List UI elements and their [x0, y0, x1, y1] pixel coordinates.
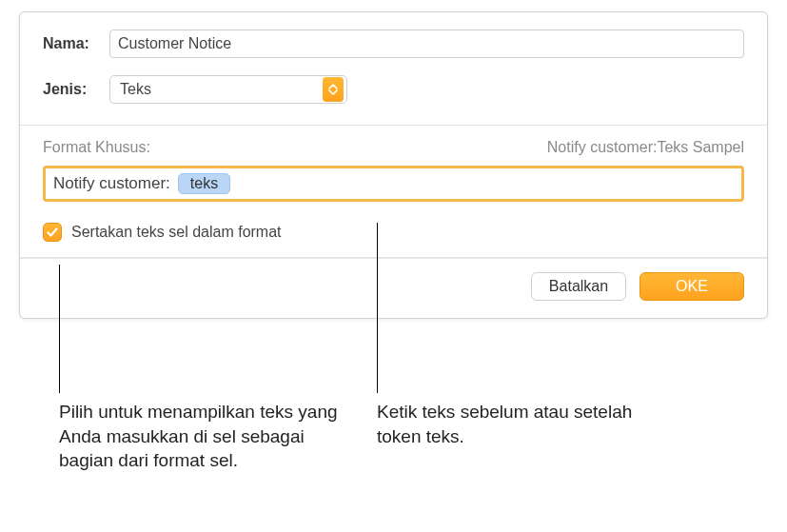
callout-text-left: Pilih untuk menampilkan teks yang Anda m…: [59, 400, 344, 473]
type-select[interactable]: Teks: [109, 75, 347, 104]
format-header-preview: Notify customer:Teks Sampel: [547, 139, 744, 156]
include-text-checkbox[interactable]: [43, 223, 62, 242]
type-select-wrap: Teks: [109, 75, 347, 104]
format-prefix-text: Notify customer:: [53, 174, 170, 193]
ok-button[interactable]: OKE: [639, 272, 744, 301]
format-header-left: Format Khusus:: [43, 139, 150, 156]
name-row: Nama:: [43, 30, 744, 58]
type-label: Jenis:: [43, 81, 109, 98]
include-text-label: Sertakan teks sel dalam format: [71, 224, 282, 241]
form-section: Nama: Jenis: Teks: [20, 12, 767, 125]
cancel-button-label: Batalkan: [549, 278, 608, 295]
text-token[interactable]: teks: [178, 173, 230, 194]
callout-text-right: Ketik teks sebelum atau setelah token te…: [377, 400, 662, 448]
name-input[interactable]: [109, 30, 744, 58]
type-select-value: Teks: [120, 81, 151, 98]
custom-format-dialog: Nama: Jenis: Teks Format Khusus: Notify …: [19, 11, 768, 319]
name-label: Nama:: [43, 35, 109, 52]
button-row: Batalkan OKE: [20, 258, 767, 318]
format-section: Format Khusus: Notify customer:Teks Samp…: [20, 126, 767, 209]
ok-button-label: OKE: [676, 278, 708, 295]
callout-line-left: [59, 265, 60, 393]
format-field[interactable]: Notify customer: teks: [43, 166, 744, 202]
format-header: Format Khusus: Notify customer:Teks Samp…: [43, 139, 744, 156]
stepper-arrows-icon: [323, 77, 344, 102]
checkbox-row: Sertakan teks sel dalam format: [20, 209, 767, 257]
type-row: Jenis: Teks: [43, 75, 744, 104]
cancel-button[interactable]: Batalkan: [531, 272, 626, 301]
callout-line-right: [377, 223, 378, 393]
